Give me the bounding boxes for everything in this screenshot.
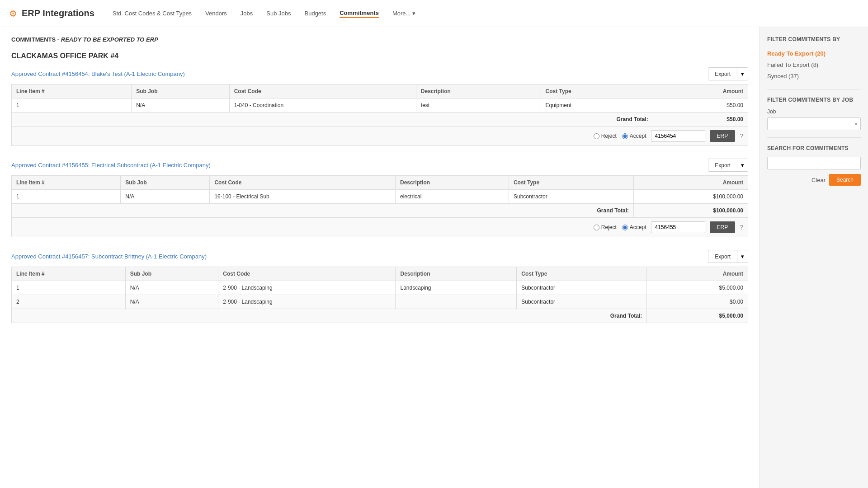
erp-input-0[interactable] [651,130,705,142]
job-select[interactable] [767,117,861,130]
accept-radio-1[interactable] [622,225,628,230]
table-row: 1N/A1-040 - CoordinationtestEquipment$50… [12,99,748,113]
col-header-1: Sub Job [125,267,218,281]
logo-icon: ⚙ [9,8,17,19]
cell-0-0: 1 [12,99,132,113]
export-btn-group-1: Export▾ [708,159,748,172]
cell-1-0: 2 [12,295,126,309]
cell-0-0: 1 [12,190,121,204]
contract-table-0: Line Item #Sub JobCost CodeDescriptionCo… [11,84,748,146]
search-button[interactable]: Search [829,174,861,186]
contract-header-2: Approved Contract #4156457: Subcontract … [11,250,748,263]
cell-0-4: Subcontractor [509,190,633,204]
cell-0-1: N/A [132,99,230,113]
radio-group-0: Reject Accept [594,133,646,139]
app-title: ERP Integrations [22,8,94,19]
col-header-3: Description [416,84,541,99]
cell-0-2: 2-900 - Landscaping [218,281,396,295]
reject-radio-0[interactable] [594,133,599,139]
erp-button-1[interactable]: ERP [710,221,736,233]
amount-cell-0: $50.00 [653,99,748,113]
grand-total-amount: $5,000.00 [647,309,748,323]
export-dropdown-1[interactable]: ▾ [737,159,748,171]
export-button-0[interactable]: Export [708,68,737,80]
table-row: 1N/A16-100 - Electrical SubelectricalSub… [12,190,748,204]
erp-cell-0: Reject AcceptERP? [12,127,748,146]
amount-cell-0: $5,000.00 [647,281,748,295]
search-input[interactable] [767,157,861,169]
cell-1-1: N/A [125,295,218,309]
amount-cell-1: $0.00 [647,295,748,309]
radio-group-1: Reject Accept [594,224,646,230]
sidebar-divider-1 [767,89,861,89]
clear-button[interactable]: Clear [811,177,826,183]
accept-radio-label-0[interactable]: Accept [622,133,646,139]
erp-button-0[interactable]: ERP [710,130,736,142]
cell-0-0: 1 [12,281,126,295]
erp-row-inner-0: Reject AcceptERP? [16,130,743,142]
nav-link-more---[interactable]: More... ▾ [392,9,415,18]
nav-link-std--cost-codes---cost-types[interactable]: Std. Cost Codes & Cost Types [113,9,192,18]
contract-table-1: Line Item #Sub JobCost CodeDescriptionCo… [11,175,748,237]
contract-block-1: Approved Contract #4156455: Electrical S… [11,159,748,237]
cell-0-1: N/A [121,190,210,204]
table-row: 1N/A2-900 - LandscapingLandscapingSubcon… [12,281,748,295]
cell-0-2: 16-100 - Electrical Sub [210,190,396,204]
reject-radio-label-0[interactable]: Reject [594,133,617,139]
export-button-1[interactable]: Export [708,160,737,171]
contracts-container: Approved Contract #4156454: Blake's Test… [11,67,748,323]
accept-radio-label-1[interactable]: Accept [622,224,646,230]
filter-by-job-title: FILTER COMMITMENTS BY JOB [767,97,861,103]
grand-total-row: Grand Total:$100,000.00 [12,204,748,218]
erp-input-1[interactable] [651,221,705,233]
filter-item-1[interactable]: Failed To Export (8) [767,59,861,70]
page-header: COMMITMENTS - READY TO BE EXPORTED TO ER… [11,36,748,43]
help-icon-1[interactable]: ? [740,224,743,231]
erp-cell-1: Reject AcceptERP? [12,218,748,237]
contract-header-0: Approved Contract #4156454: Blake's Test… [11,67,748,80]
nav-links: Std. Cost Codes & Cost TypesVendorsJobsS… [113,9,416,18]
filter-item-0[interactable]: Ready To Export (20) [767,48,861,59]
contract-title-0[interactable]: Approved Contract #4156454: Blake's Test… [11,70,185,77]
erp-row-0: Reject AcceptERP? [12,127,748,146]
col-header-1: Sub Job [121,176,210,190]
contract-title-2[interactable]: Approved Contract #4156457: Subcontract … [11,253,207,260]
col-header-3: Description [396,176,509,190]
table-row: 2N/A2-900 - LandscapingSubcontractor$0.0… [12,295,748,309]
grand-total-label: Grand Total: [12,204,634,218]
erp-row-1: Reject AcceptERP? [12,218,748,237]
col-header-4: Cost Type [517,267,647,281]
grand-total-amount: $100,000.00 [633,204,748,218]
sidebar: FILTER COMMITMENTS BY Ready To Export (2… [760,27,868,488]
col-header-5: Amount [647,267,748,281]
export-btn-group-2: Export▾ [708,250,748,263]
cell-0-4: Subcontractor [517,281,647,295]
accept-radio-0[interactable] [622,133,628,139]
contract-block-2: Approved Contract #4156457: Subcontract … [11,250,748,323]
export-dropdown-0[interactable]: ▾ [737,68,748,80]
contract-header-1: Approved Contract #4156455: Electrical S… [11,159,748,172]
grand-total-amount: $50.00 [653,113,748,127]
nav-link-commitments[interactable]: Commitments [340,9,379,18]
cell-0-1: N/A [125,281,218,295]
nav-link-jobs[interactable]: Jobs [241,9,253,18]
contract-title-1[interactable]: Approved Contract #4156455: Electrical S… [11,162,211,169]
nav-link-vendors[interactable]: Vendors [205,9,227,18]
reject-radio-label-1[interactable]: Reject [594,224,617,230]
filter-items: Ready To Export (20)Failed To Export (8)… [767,48,861,82]
filter-item-2[interactable]: Synced (37) [767,70,861,82]
main-layout: COMMITMENTS - READY TO BE EXPORTED TO ER… [0,27,868,488]
filter-by-title: FILTER COMMITMENTS BY [767,36,861,42]
reject-radio-1[interactable] [594,225,599,230]
nav-link-budgets[interactable]: Budgets [305,9,326,18]
export-dropdown-2[interactable]: ▾ [737,250,748,263]
app-logo: ⚙ ERP Integrations [9,8,94,19]
nav-link-sub-jobs[interactable]: Sub Jobs [266,9,291,18]
top-navigation: ⚙ ERP Integrations Std. Cost Codes & Cos… [0,0,868,27]
export-button-2[interactable]: Export [708,251,737,263]
col-header-2: Cost Code [218,267,396,281]
col-header-5: Amount [633,176,748,190]
col-header-4: Cost Type [541,84,653,99]
help-icon-0[interactable]: ? [740,132,743,140]
sidebar-divider-2 [767,137,861,138]
